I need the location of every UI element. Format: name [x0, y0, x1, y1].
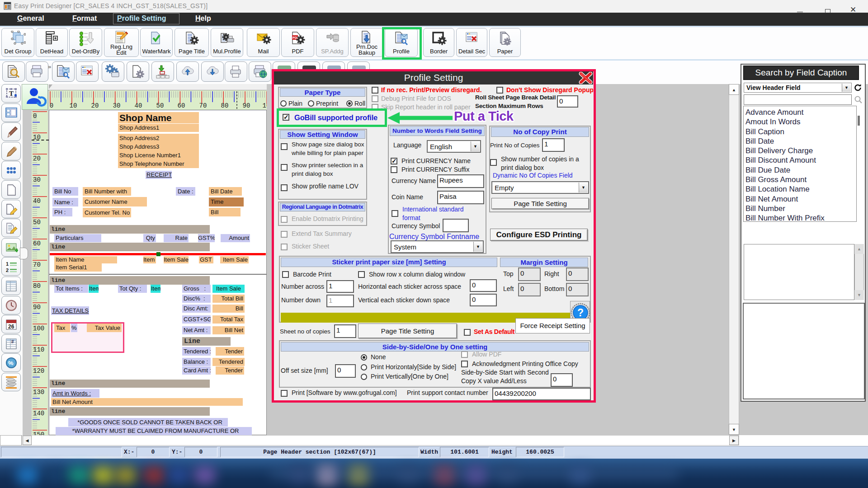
svg-text:?: ? — [577, 307, 584, 319]
svg-text:20: 20 — [91, 102, 99, 109]
svg-text:%: % — [8, 360, 14, 366]
svg-text:140: 140 — [33, 410, 44, 417]
svg-text:30: 30 — [33, 176, 41, 183]
svg-text:70: 70 — [199, 102, 207, 109]
svg-text:60: 60 — [178, 102, 185, 109]
svg-text:90: 90 — [33, 304, 41, 311]
svg-text:80: 80 — [33, 282, 41, 290]
svg-text:1: 1 — [6, 261, 9, 267]
svg-text:130: 130 — [33, 389, 44, 396]
svg-text:150: 150 — [33, 431, 44, 435]
svg-text:0: 0 — [50, 102, 53, 109]
svg-text:100: 100 — [262, 102, 267, 109]
svg-text:26: 26 — [8, 324, 14, 330]
svg-text:90: 90 — [243, 102, 250, 109]
svg-text:80: 80 — [221, 102, 229, 109]
svg-text:20: 20 — [33, 155, 41, 162]
svg-text:T: T — [9, 90, 14, 97]
svg-text:120: 120 — [33, 367, 44, 375]
svg-text:0: 0 — [33, 113, 37, 120]
svg-text:40: 40 — [33, 197, 41, 205]
svg-text:50: 50 — [156, 102, 164, 109]
svg-text:2: 2 — [6, 267, 9, 273]
svg-text:30: 30 — [113, 102, 121, 109]
svg-text:60: 60 — [33, 240, 41, 247]
svg-text:70: 70 — [33, 261, 41, 268]
svg-text:#: # — [11, 339, 14, 344]
svg-text:100: 100 — [33, 325, 44, 332]
svg-text:110: 110 — [33, 346, 44, 353]
svg-text:10: 10 — [70, 102, 77, 109]
svg-text:50: 50 — [33, 219, 41, 226]
svg-text:40: 40 — [135, 102, 142, 109]
